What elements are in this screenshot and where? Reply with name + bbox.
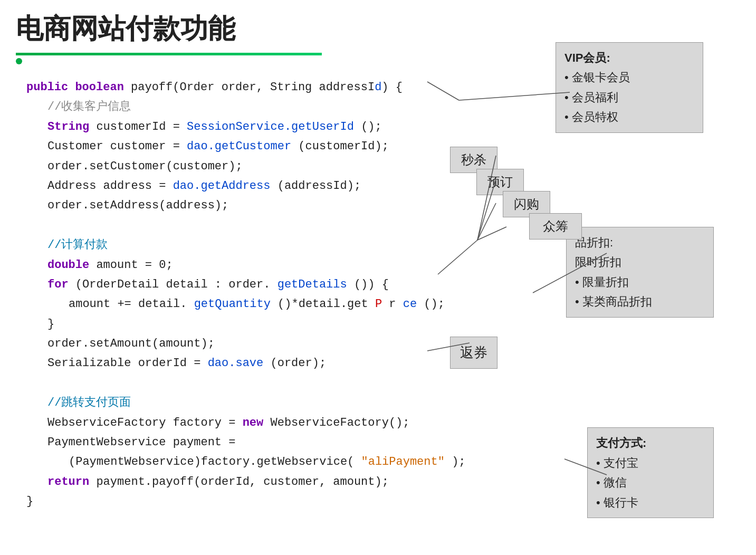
payment-title: 支付方式:	[596, 433, 705, 453]
green-line	[16, 53, 322, 55]
payment-item-3: 银行卡	[596, 493, 705, 512]
discount-annotation-box: 品折扣: 限时折扣 限量折扣 某类商品折扣	[566, 227, 714, 318]
discount-item-3: 某类商品折扣	[575, 292, 705, 311]
vip-item-2: 会员福利	[564, 88, 694, 107]
dot-indicator	[16, 58, 22, 64]
discount-title: 品折扣:	[575, 233, 705, 252]
discount-item-1: 限时折扣	[575, 252, 705, 272]
faquan-box: 返券	[450, 337, 497, 369]
payment-item-1: 支付宝	[596, 453, 705, 473]
payment-annotation-box: 支付方式: 支付宝 微信 银行卡	[587, 427, 714, 518]
vip-annotation-box: VIP会员: 金银卡会员 会员福利 会员特权	[556, 42, 703, 133]
vip-title: VIP会员:	[564, 48, 694, 68]
vip-item-1: 金银卡会员	[564, 68, 694, 87]
payment-item-2: 微信	[596, 473, 705, 492]
zhongchou-box: 众筹	[529, 213, 582, 240]
discount-item-2: 限量折扣	[575, 272, 705, 292]
vip-item-3: 会员特权	[564, 107, 694, 127]
